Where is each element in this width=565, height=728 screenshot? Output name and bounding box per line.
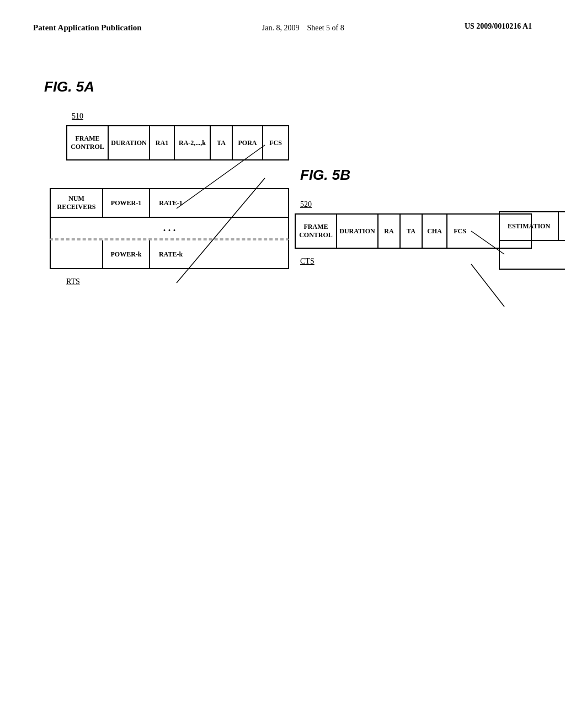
frame5b-cell-ta: TA — [401, 215, 423, 248]
publication-date: Jan. 8, 2009 — [262, 24, 300, 32]
fig5b-detail: ESTIMATION TIME STAMP — [499, 211, 565, 270]
fig5a-frame: FRAMECONTROL DURATION RA1 RA-2,...,k TA … — [66, 125, 289, 160]
detail-cell-rate1: RATE-1 — [150, 189, 191, 217]
detail5b-row1: ESTIMATION TIME STAMP — [500, 212, 565, 241]
sheet-info: Sheet 5 of 8 — [307, 24, 344, 32]
header-center: Jan. 8, 2009 Sheet 5 of 8 — [262, 22, 344, 34]
fig5a-label: FIG. 5A — [44, 78, 289, 95]
fig5b-ref: 520 — [300, 200, 532, 209]
detail-cell-powerk: POWER-k — [103, 240, 150, 268]
frame5b-cell-duration: DURATION — [337, 215, 379, 248]
header: Patent Application Publication Jan. 8, 2… — [33, 22, 532, 34]
fig5a-detail: NUMRECEIVERS POWER-1 RATE-1 . . . POWER-… — [50, 188, 289, 269]
frame-cell-pora: PORA — [233, 126, 263, 159]
svg-line-3 — [471, 264, 504, 307]
frame5b-cell-fcs: FCS — [447, 215, 472, 248]
detail-cell-ratek: RATE-k — [150, 240, 191, 268]
frame-cell-duration: DURATION — [109, 126, 150, 159]
frame-cell-fcs: FCS — [263, 126, 288, 159]
detail5b-cell-timestamp: TIME STAMP — [558, 212, 565, 240]
fig5b-section: FIG. 5B 520 FRAMECONTROL DURATION RA TA … — [289, 78, 532, 266]
detail-row-1: NUMRECEIVERS POWER-1 RATE-1 — [50, 188, 289, 218]
publication-title: Patent Application Publication — [33, 22, 142, 34]
cts-label: CTS — [300, 257, 532, 266]
detail-cell-num-receivers: NUMRECEIVERS — [51, 189, 103, 217]
publication-number: US 2009/0010216 A1 — [465, 22, 532, 31]
fig5a-ref: 510 — [72, 112, 289, 121]
fig5b-frame: FRAMECONTROL DURATION RA TA CHA FCS — [295, 213, 532, 249]
frame5b-cell-ra: RA — [379, 215, 401, 248]
frame-cell-ra1: RA1 — [150, 126, 175, 159]
fig5b-label: FIG. 5B — [300, 167, 532, 184]
frame-cell-fc: FRAMECONTROL — [67, 126, 109, 159]
frame5b-cell-cha: CHA — [423, 215, 447, 248]
frame5b-cell-fc: FRAMECONTROL — [296, 215, 337, 248]
rts-label: RTS — [66, 277, 289, 286]
detail-dots: . . . — [50, 218, 289, 239]
frame-cell-ta: TA — [211, 126, 233, 159]
page: Patent Application Publication Jan. 8, 2… — [0, 0, 565, 728]
detail-cell-empty — [51, 240, 103, 268]
detail5b-cell-estimation: ESTIMATION — [500, 212, 558, 240]
detail-row-2: POWER-k RATE-k — [50, 239, 289, 269]
frame-cell-ra2k: RA-2,...,k — [175, 126, 211, 159]
fig5a-section: FIG. 5A 510 FRAMECONTROL DURATION RA1 RA… — [33, 78, 289, 286]
detail-cell-power1: POWER-1 — [103, 189, 150, 217]
detail5b-spacer — [500, 241, 565, 269]
